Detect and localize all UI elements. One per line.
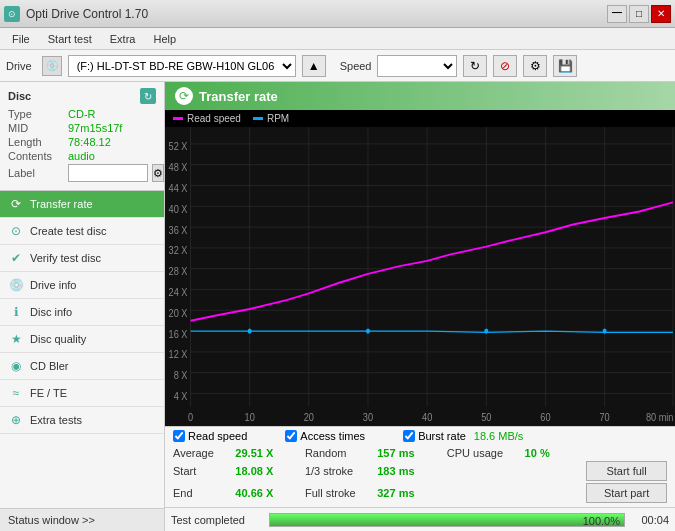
svg-text:4 X: 4 X <box>174 389 188 402</box>
menu-start-test[interactable]: Start test <box>40 31 100 47</box>
disc-label-label: Label <box>8 167 64 179</box>
disc-quality-icon: ★ <box>8 331 24 347</box>
disc-mid-row: MID 97m15s17f <box>8 122 156 134</box>
verify-test-disc-label: Verify test disc <box>30 252 101 264</box>
svg-text:30: 30 <box>363 410 373 423</box>
access-times-checkbox[interactable] <box>285 430 297 442</box>
svg-text:70: 70 <box>600 410 610 423</box>
disc-label-input[interactable] <box>68 164 148 182</box>
svg-text:60: 60 <box>540 410 550 423</box>
svg-text:8 X: 8 X <box>174 368 188 381</box>
sidebar-item-extra-tests[interactable]: ⊕ Extra tests <box>0 407 164 434</box>
disc-header: Disc ↻ <box>8 88 156 104</box>
maximize-button[interactable]: □ <box>629 5 649 23</box>
sidebar-item-disc-quality[interactable]: ★ Disc quality <box>0 326 164 353</box>
read-speed-checkbox-item[interactable]: Read speed <box>173 430 247 442</box>
svg-text:24 X: 24 X <box>169 285 188 298</box>
verify-test-disc-icon: ✔ <box>8 250 24 266</box>
cd-bler-label: CD Bler <box>30 360 69 372</box>
disc-contents-value: audio <box>68 150 95 162</box>
status-window-button[interactable]: Status window >> <box>0 508 164 531</box>
sidebar-item-create-test-disc[interactable]: ⊙ Create test disc <box>0 218 164 245</box>
chart-svg: 52 X 48 X 44 X 40 X 36 X 32 X 28 X 24 X … <box>165 127 675 426</box>
label-gear-button[interactable]: ⚙ <box>152 164 164 182</box>
tools-button[interactable]: ⚙ <box>523 55 547 77</box>
svg-point-45 <box>248 329 252 334</box>
drive-info-label: Drive info <box>30 279 76 291</box>
sidebar-item-transfer-rate[interactable]: ⟳ Transfer rate <box>0 191 164 218</box>
legend-read-speed-label: Read speed <box>187 113 241 124</box>
disc-contents-row: Contents audio <box>8 150 156 162</box>
timer-text: 00:04 <box>633 514 669 526</box>
menu-extra[interactable]: Extra <box>102 31 144 47</box>
extra-tests-label: Extra tests <box>30 414 82 426</box>
disc-info-panel: Disc ↻ Type CD-R MID 97m15s17f Length 78… <box>0 82 164 191</box>
eject-button[interactable]: ▲ <box>302 55 326 77</box>
full-stroke-label: Full stroke <box>305 487 369 499</box>
start-part-button[interactable]: Start part <box>586 483 667 503</box>
disc-type-value: CD-R <box>68 108 96 120</box>
burst-rate-value: 18.6 MB/s <box>474 430 524 442</box>
svg-rect-0 <box>165 127 675 426</box>
disc-mid-label: MID <box>8 122 64 134</box>
legend-rpm-label: RPM <box>267 113 289 124</box>
svg-text:48 X: 48 X <box>169 160 188 173</box>
progress-percent-text: 100.0% <box>583 514 620 528</box>
extra-tests-icon: ⊕ <box>8 412 24 428</box>
cpu-value: 10 % <box>525 447 579 459</box>
read-speed-checkbox[interactable] <box>173 430 185 442</box>
full-stroke-value: 327 ms <box>377 487 431 499</box>
refresh-speed-button[interactable]: ↻ <box>463 55 487 77</box>
drive-info-icon: 💿 <box>8 277 24 293</box>
content-area: ⟳ Transfer rate Read speed RPM 52 X 48 X… <box>165 82 675 531</box>
access-times-checkbox-item[interactable]: Access times <box>285 430 365 442</box>
legend-read-speed-dot <box>173 117 183 120</box>
start-label: Start <box>173 465 227 477</box>
sidebar-item-fe-te[interactable]: ≈ FE / TE <box>0 380 164 407</box>
stats-checkboxes-bar: Read speed Access times Burst rate 18.6 … <box>165 426 675 445</box>
legend-rpm: RPM <box>253 113 289 124</box>
svg-text:44 X: 44 X <box>169 181 188 194</box>
sidebar-item-cd-bler[interactable]: ◉ CD Bler <box>0 353 164 380</box>
svg-text:16 X: 16 X <box>169 326 188 339</box>
save-button[interactable]: 💾 <box>553 55 577 77</box>
disc-refresh-button[interactable]: ↻ <box>140 88 156 104</box>
speed-select[interactable] <box>377 55 457 77</box>
transfer-rate-icon: ⟳ <box>8 196 24 212</box>
end-label: End <box>173 487 227 499</box>
svg-text:10: 10 <box>245 410 255 423</box>
random-value: 157 ms <box>377 447 431 459</box>
sidebar-item-verify-test-disc[interactable]: ✔ Verify test disc <box>0 245 164 272</box>
drivebar: Drive 💿 (F:) HL-DT-ST BD-RE GBW-H10N GL0… <box>0 50 675 82</box>
disc-label-row: Label ⚙ <box>8 164 156 182</box>
burst-rate-checkbox-label: Burst rate <box>418 430 466 442</box>
menu-help[interactable]: Help <box>145 31 184 47</box>
create-test-disc-icon: ⊙ <box>8 223 24 239</box>
svg-text:0: 0 <box>188 410 193 423</box>
main-layout: Disc ↻ Type CD-R MID 97m15s17f Length 78… <box>0 82 675 531</box>
disc-info-label: Disc info <box>30 306 72 318</box>
average-value: 29.51 X <box>235 447 289 459</box>
start-full-button[interactable]: Start full <box>586 461 667 481</box>
drive-select[interactable]: (F:) HL-DT-ST BD-RE GBW-H10N GL06 <box>68 55 296 77</box>
sidebar-item-drive-info[interactable]: 💿 Drive info <box>0 272 164 299</box>
burst-rate-checkbox[interactable] <box>403 430 415 442</box>
burst-rate-checkbox-item[interactable]: Burst rate <box>403 430 466 442</box>
disc-section-title: Disc <box>8 90 31 102</box>
sidebar: Disc ↻ Type CD-R MID 97m15s17f Length 78… <box>0 82 165 531</box>
clean-button[interactable]: ⊘ <box>493 55 517 77</box>
legend-read-speed: Read speed <box>173 113 241 124</box>
minimize-button[interactable]: ─ <box>607 5 627 23</box>
disc-length-value: 78:48.12 <box>68 136 111 148</box>
chart-header-icon: ⟳ <box>175 87 193 105</box>
svg-point-46 <box>366 329 370 334</box>
average-label: Average <box>173 447 227 459</box>
close-button[interactable]: ✕ <box>651 5 671 23</box>
chart-header: ⟳ Transfer rate <box>165 82 675 110</box>
sidebar-item-disc-info[interactable]: ℹ Disc info <box>0 299 164 326</box>
chart-title: Transfer rate <box>199 89 278 104</box>
svg-text:12 X: 12 X <box>169 347 188 360</box>
menu-file[interactable]: File <box>4 31 38 47</box>
svg-text:20: 20 <box>304 410 314 423</box>
disc-info-icon: ℹ <box>8 304 24 320</box>
